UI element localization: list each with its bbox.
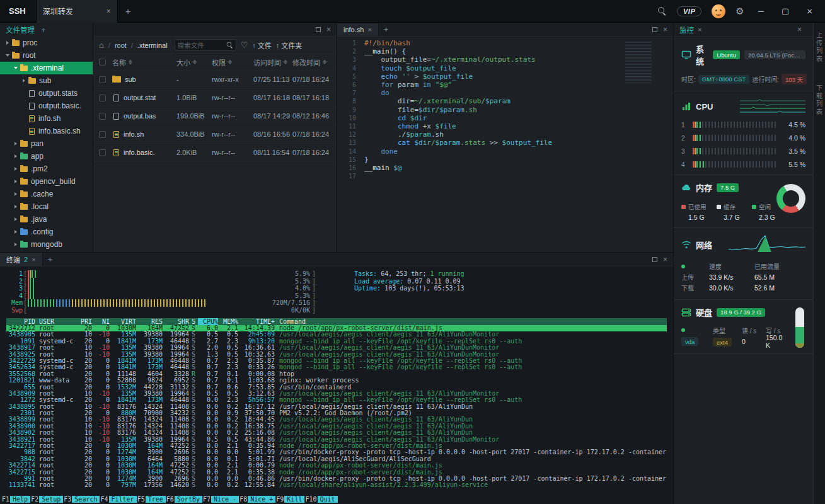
breadcrumb-current[interactable]: .xterminal [137, 42, 168, 49]
file-row-info.basic.[interactable]: info.basic.2.0KiBrw-r--r--08/11 16:5407/… [93, 144, 337, 162]
select-all-checkbox[interactable] [99, 59, 106, 66]
tree-item-output.stats[interactable]: output.stats [0, 87, 93, 100]
upload-folder-button[interactable]: ↑ 文件夹 [276, 40, 303, 50]
process-column-command[interactable]: Command [275, 318, 667, 325]
process-column-shr[interactable]: SHR [163, 318, 189, 325]
file-row-output.bas[interactable]: output.bas199.0BiBrw-r--r--08/17 14:2908… [93, 107, 337, 125]
file-name-cell: info.sh [106, 130, 176, 138]
column-access-time[interactable]: 访问时间 [253, 57, 292, 67]
close-icon[interactable]: × [326, 26, 331, 33]
file-row-info.sh[interactable]: info.sh334.0BiBrw-r--r--08/16 16:5607/18… [93, 125, 337, 144]
close-icon[interactable]: × [797, 26, 802, 33]
row-checkbox[interactable] [99, 131, 106, 138]
monitor-tab[interactable]: 监控 × [679, 25, 701, 35]
search-icon[interactable] [657, 6, 667, 16]
tree-item-proc[interactable]: proc [0, 37, 93, 49]
new-editor-tab-button[interactable]: + [379, 23, 394, 36]
expand-icon[interactable] [316, 27, 321, 32]
tree-item-.cache[interactable]: .cache [0, 188, 93, 200]
code-area[interactable]: 1#!/bin/bash2__main() {3 output_file=~/.… [337, 37, 673, 183]
tree-item-output.basic.[interactable]: output.basic. [0, 100, 93, 112]
tree-item-info.sh[interactable]: info.sh [0, 112, 93, 125]
file-name: info.sh [124, 130, 144, 138]
tree-item-info.basic.sh[interactable]: info.basic.sh [0, 125, 93, 137]
monitor-tab-close-icon[interactable]: × [698, 26, 701, 33]
editor-tab-close-icon[interactable]: × [367, 26, 371, 33]
row-checkbox[interactable] [99, 149, 106, 156]
maximize-button[interactable]: ▢ [778, 6, 793, 16]
file-manager-tab[interactable]: 文件管理 [6, 25, 35, 35]
process-column-pid[interactable]: PID [6, 318, 35, 325]
session-tab[interactable]: 深圳转发 × [36, 0, 118, 23]
favorites-icon[interactable]: ♡ [241, 40, 248, 50]
session-tab-close-icon[interactable]: × [107, 7, 111, 16]
tree-item-root[interactable]: root [0, 49, 93, 62]
process-column-mem[interactable]: MEM% [218, 318, 238, 325]
tree-item-.config[interactable]: .config [0, 226, 93, 238]
fkey-F7[interactable]: F7Nice - [202, 495, 239, 503]
fkey-F10[interactable]: F10Quit [304, 495, 337, 503]
process-column-pri[interactable]: PRI [76, 318, 92, 325]
row-checkbox[interactable] [99, 94, 106, 101]
tree-item-.pm2[interactable]: .pm2 [0, 163, 93, 175]
tree-item-mongodb[interactable]: mongodb [0, 238, 93, 251]
code-text: __main() { [356, 47, 406, 55]
new-session-tab-button[interactable]: + [125, 6, 131, 16]
process-column-s[interactable]: S [189, 318, 198, 325]
tree-item-.java[interactable]: .java [0, 213, 93, 226]
fkey-F6[interactable]: F6SortBy [166, 495, 202, 503]
file-row-output.stat[interactable]: output.stat1.0BiBrw-r--r--08/17 16:1808/… [93, 89, 337, 107]
breadcrumb-root[interactable]: root [115, 42, 127, 49]
terminal-screen[interactable]: 1[5.9%]2[5.3%]3[4.0%]4[5.3%]Mem[720M/7.5… [0, 266, 673, 494]
tree-item-.local[interactable]: .local [0, 200, 93, 213]
column-permissions[interactable]: 权限 [212, 57, 253, 67]
expand-icon[interactable] [652, 257, 657, 262]
fkey-F4[interactable]: F4Filter [100, 495, 136, 503]
tree-item-opencv_build[interactable]: opencv_build [0, 175, 93, 188]
expand-icon[interactable] [652, 27, 657, 32]
process-column-ni[interactable]: NI [92, 318, 110, 325]
process-column-virt[interactable]: VIRT [110, 318, 136, 325]
close-icon[interactable]: × [663, 26, 667, 33]
fkey-F2[interactable]: F2Setup [30, 495, 63, 503]
avatar[interactable] [712, 4, 725, 18]
column-modify-time[interactable]: 修改时间 [292, 57, 329, 67]
fkey-F5[interactable]: F5Tree [137, 495, 166, 503]
editor-tab[interactable]: info.sh × [337, 23, 379, 36]
window-close-button[interactable]: × [803, 6, 816, 16]
tree-item-pan[interactable]: pan [0, 137, 93, 150]
upload-file-button[interactable]: ↑ 文件 [252, 40, 272, 50]
dock-tab-下载列表[interactable]: 下载列表 [815, 84, 824, 116]
fkey-F8[interactable]: F8Nice + [239, 495, 275, 503]
new-terminal-button[interactable]: + [43, 253, 58, 266]
home-icon[interactable]: ⌂ [99, 40, 104, 50]
column-name[interactable]: 名称 [106, 57, 176, 67]
row-checkbox[interactable] [99, 76, 106, 83]
column-size[interactable]: 大小 [176, 57, 212, 67]
process-column-user[interactable]: USER [35, 318, 76, 325]
vip-badge[interactable]: VIP [677, 6, 701, 16]
memory-legend-item: 已使用1.5 G [681, 202, 710, 221]
terminal-tab[interactable]: 终端 2 × [0, 253, 43, 266]
process-column-cpu[interactable]: CPU% [198, 318, 218, 325]
fkey-F3[interactable]: F3Search [63, 495, 100, 503]
terminal-tab-close-icon[interactable]: × [32, 256, 35, 263]
dock-tab-上传列表[interactable]: 上传列表 [815, 32, 824, 63]
add-panel-button[interactable]: + [41, 25, 46, 35]
search-icon[interactable] [226, 42, 233, 49]
row-checkbox[interactable] [99, 113, 106, 120]
process-column-time[interactable]: TIME+ [238, 318, 275, 325]
gear-icon[interactable]: ⚙ [736, 6, 744, 16]
fkey-F1[interactable]: F1Help [1, 495, 30, 503]
minimize-button[interactable]: ─ [754, 6, 768, 16]
swap-meter: Swp[0K/0K] [6, 307, 316, 314]
fkey-F9[interactable]: F9Kill [275, 495, 304, 503]
tree-item-app[interactable]: app [0, 150, 93, 163]
file-name: sub [125, 76, 136, 83]
file-search-input[interactable] [178, 42, 224, 49]
close-icon[interactable]: × [663, 256, 667, 263]
process-column-res[interactable]: RES [136, 318, 163, 325]
tree-item-sub[interactable]: sub [0, 74, 93, 87]
tree-item-.xterminal[interactable]: .xterminal [0, 62, 93, 74]
file-row-sub[interactable]: sub-rwxr-xr-x07/25 11:1307/18 16:24 [93, 71, 337, 89]
